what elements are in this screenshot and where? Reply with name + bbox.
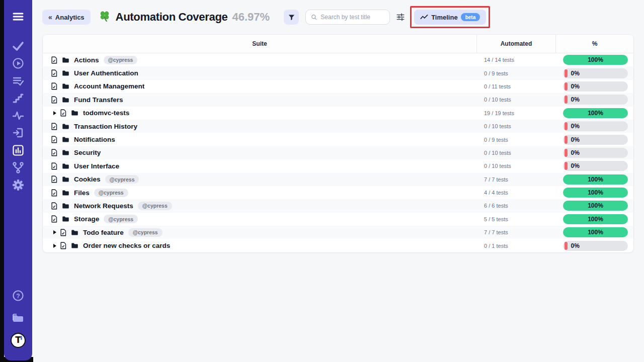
suite-name: Network Requests (74, 202, 133, 210)
caret-right-icon[interactable] (53, 244, 56, 248)
percent-value: 0% (571, 136, 580, 143)
suite-cell: User Authentication (43, 69, 476, 77)
test-file-icon (51, 215, 57, 223)
search-input[interactable] (320, 14, 384, 21)
percent-badge: 0% (563, 121, 628, 131)
suite-cell: Fund Transfers (43, 96, 476, 104)
folder-icon (62, 70, 69, 76)
test-file-icon (51, 175, 57, 183)
percent-badge: 0% (563, 161, 628, 171)
play-circle-icon[interactable] (12, 57, 25, 70)
table-row[interactable]: Network Requests @cypress 6 / 6 tests 10… (43, 199, 633, 212)
app-logo[interactable]: T (10, 332, 26, 348)
folder-icon (71, 242, 78, 249)
steps-icon[interactable] (12, 92, 25, 105)
percent-value: 0% (571, 96, 580, 103)
folder-icon (62, 163, 69, 169)
percent-badge: 0% (563, 68, 628, 78)
table-row[interactable]: Files @cypress 4 / 4 tests 100% (43, 186, 633, 199)
list-check-icon[interactable] (12, 74, 25, 87)
percent-value: 0% (571, 83, 580, 90)
table-row[interactable]: Account Management 0 / 11 tests 0% (43, 80, 633, 93)
folder-icon (62, 123, 69, 130)
column-header-percent: % (555, 35, 633, 53)
filter-button[interactable] (284, 10, 299, 25)
table-row[interactable]: todomvc-tests 19 / 19 tests 100% (43, 107, 633, 120)
automated-cell: 0 / 9 tests (476, 70, 555, 76)
red-progress-bar (565, 69, 568, 77)
activity-icon[interactable] (12, 109, 25, 122)
cypress-tag: @cypress (94, 189, 128, 197)
search-icon (311, 14, 317, 21)
test-file-icon (51, 202, 57, 210)
timeline-button[interactable]: Timeline beta (414, 10, 486, 25)
folder-icon (71, 229, 78, 236)
percent-value: 100% (588, 110, 603, 117)
sidebar: ? T (4, 0, 32, 360)
adjustments-icon[interactable] (396, 13, 405, 22)
topbar: « Analytics Automation Coverage 46.97% (32, 0, 644, 34)
suite-cell: Transaction History (43, 123, 476, 130)
automated-cell: 14 / 14 tests (476, 57, 555, 63)
table-row[interactable]: Transaction History 0 / 10 tests 0% (43, 120, 633, 133)
cypress-tag: @cypress (128, 228, 163, 237)
suite-cell: Cookies @cypress (43, 175, 476, 184)
folder-docs-icon[interactable] (12, 311, 25, 324)
automated-cell: 0 / 10 tests (476, 97, 555, 103)
percent-value: 100% (588, 202, 603, 209)
table-row[interactable]: Security 0 / 10 tests 0% (43, 146, 633, 159)
suite-cell: Order new checks or cards (43, 242, 476, 249)
suite-name: todomvc-tests (83, 109, 129, 117)
table-row[interactable]: Actions @cypress 14 / 14 tests 100% (43, 53, 633, 66)
percent-cell: 100% (555, 174, 633, 185)
sidebar-bottom: ? T (10, 285, 26, 360)
analytics-back-label: Analytics (55, 14, 85, 21)
table-row[interactable]: Order new checks or cards 0 / 1 tests 0% (43, 239, 633, 252)
table-row[interactable]: User Authentication 0 / 9 tests 0% (43, 66, 633, 79)
table-row[interactable]: User Interface 0 / 10 tests 0% (43, 159, 633, 172)
percent-badge: 0% (563, 241, 628, 251)
table-row[interactable]: Notifications 0 / 9 tests 0% (43, 133, 633, 146)
table-row[interactable]: Fund Transfers 0 / 10 tests 0% (43, 93, 633, 106)
bar-chart-icon[interactable] (12, 144, 25, 157)
sidebar-nav (12, 35, 25, 196)
percent-badge: 0% (563, 81, 628, 92)
logo-circle: T (11, 333, 26, 348)
automated-cell: 0 / 10 tests (476, 163, 555, 169)
suite-name: Storage (74, 215, 99, 223)
menu-icon[interactable] (12, 10, 25, 23)
test-file-icon (51, 69, 57, 77)
table-row[interactable]: Todo feature @cypress 7 / 7 tests 100% (43, 226, 633, 239)
automated-cell: 0 / 1 tests (476, 243, 555, 249)
test-file-icon (51, 162, 57, 170)
percent-value: 0% (571, 242, 580, 249)
table-row[interactable]: Cookies @cypress 7 / 7 tests 100% (43, 173, 633, 186)
login-icon[interactable] (12, 126, 25, 139)
caret-right-icon[interactable] (53, 111, 56, 115)
screen-edge-left (0, 0, 4, 362)
percent-badge: 100% (563, 55, 628, 65)
percent-badge: 100% (563, 174, 628, 185)
test-file-icon (51, 136, 57, 143)
help-icon[interactable]: ? (12, 289, 25, 302)
check-icon[interactable] (12, 40, 25, 53)
gear-icon[interactable] (12, 178, 25, 192)
table-row[interactable]: Storage @cypress 5 / 5 tests 100% (43, 213, 633, 226)
folder-icon (62, 83, 69, 89)
timeline-label: Timeline (431, 14, 458, 21)
percent-cell: 0% (555, 81, 633, 92)
test-file-icon (51, 123, 57, 130)
percent-cell: 100% (555, 108, 633, 118)
analytics-back-button[interactable]: « Analytics (42, 10, 91, 25)
suite-name: Security (74, 149, 101, 156)
table-body: Actions @cypress 14 / 14 tests 100% User… (43, 53, 633, 252)
branch-icon[interactable] (12, 161, 25, 174)
percent-value: 0% (571, 149, 580, 156)
automated-cell: 19 / 19 tests (476, 110, 555, 116)
table-header: Suite Automated % (43, 35, 633, 53)
caret-right-icon[interactable] (53, 230, 56, 234)
test-file-icon (51, 96, 57, 104)
suite-name: Cookies (74, 175, 101, 183)
percent-cell: 100% (555, 227, 633, 237)
search-box (305, 10, 390, 25)
